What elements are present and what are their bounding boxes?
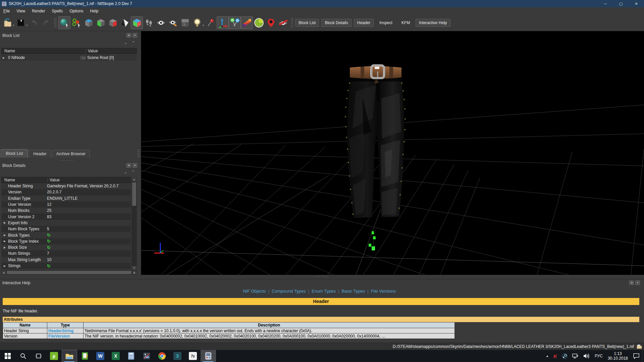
tray-expand-icon[interactable]: ▲ — [543, 350, 551, 362]
menu-view[interactable]: View — [13, 8, 29, 14]
menu-spells[interactable]: Spells — [49, 8, 66, 14]
show-bones-button[interactable] — [241, 16, 253, 29]
taskbar-search-button[interactable] — [15, 350, 31, 362]
scroll-down-icon[interactable]: ▼ — [131, 265, 137, 270]
collapse-all-icon[interactable]: ⌄ — [124, 170, 127, 174]
toolbar-interactive-help-button[interactable]: Interactive Help — [416, 19, 450, 27]
3d-viewport[interactable] — [141, 31, 644, 275]
block-details-hscrollbar[interactable]: ◀ ▶ — [1, 270, 137, 275]
expand-arrow-icon[interactable]: ▶ — [1, 221, 8, 224]
detail-row[interactable]: ▶Block Size↻ — [1, 244, 131, 250]
action-center-icon[interactable] — [631, 350, 642, 362]
close-button[interactable]: ✕ — [629, 0, 644, 7]
tab-block-list[interactable]: Block List — [1, 149, 28, 158]
animation-button[interactable] — [253, 16, 265, 29]
taskbar-utorrent[interactable]: µ — [46, 350, 62, 362]
undo-button[interactable] — [28, 16, 40, 29]
detail-value[interactable]: ENDIAN_LITTLE — [47, 196, 131, 201]
help-float-button[interactable]: ⧉ — [629, 281, 634, 285]
menu-file[interactable]: File — [0, 8, 13, 14]
taskbar-3dsmax[interactable]: 3 — [170, 350, 185, 362]
show-markers-button[interactable] — [265, 16, 277, 29]
load-button[interactable] — [1, 16, 13, 29]
show-desktop-button[interactable] — [642, 350, 644, 362]
horizontal-splitter[interactable]: ······· — [0, 275, 644, 279]
detail-row[interactable]: Num Blocks25 — [1, 207, 131, 214]
detail-value[interactable]: 20.2.0.7 — [47, 190, 131, 194]
task-view-button[interactable] — [31, 350, 46, 362]
detail-row[interactable]: ▶Block Type Index↻ — [1, 238, 131, 244]
expand-arrow-icon[interactable]: ▶ — [1, 246, 8, 249]
detail-value[interactable]: 0 — [47, 269, 131, 270]
expand-arrow-icon[interactable]: ▶ — [1, 234, 8, 237]
taskbar-word[interactable]: W — [93, 350, 108, 362]
detail-row[interactable]: Num Strings7 — [1, 250, 131, 256]
start-button[interactable] — [0, 350, 15, 362]
minimize-button[interactable]: ─ — [598, 0, 613, 7]
toolbar-grip[interactable] — [54, 18, 57, 28]
walk-mode-button[interactable] — [143, 16, 155, 29]
expand-all-icon[interactable]: ⌃ — [132, 41, 135, 45]
type-link-fileversion[interactable]: FileVersion — [48, 334, 70, 339]
block-details-col-value[interactable]: Value — [50, 178, 60, 182]
link-compound-types[interactable]: Compound Types — [272, 289, 306, 294]
hide-button[interactable] — [277, 16, 289, 29]
toolbar-header-button[interactable]: Header — [354, 19, 374, 27]
expand-arrow-icon[interactable]: ▶ — [1, 264, 8, 267]
taskbar-excel[interactable]: X — [108, 350, 123, 362]
selection-handles[interactable] — [369, 231, 376, 250]
detail-row[interactable]: User Version12 — [1, 201, 131, 207]
taskbar-notes-app[interactable] — [77, 350, 93, 362]
toolbar-kfm-button[interactable]: KFM — [398, 19, 413, 27]
scroll-thumb[interactable] — [7, 271, 131, 274]
network-tray-icon[interactable] — [570, 350, 581, 362]
clock[interactable]: 1:13 30.10.2018 — [605, 351, 631, 361]
taskbar-calculator[interactable] — [123, 350, 139, 362]
help-close-button[interactable]: ✕ — [635, 281, 640, 285]
toolbar-inspect-button[interactable]: Inspect — [376, 19, 396, 27]
detail-row[interactable]: ▶Block Types↻ — [1, 232, 131, 238]
block-list-close-button[interactable]: ✕ — [132, 33, 137, 38]
volume-tray-icon[interactable] — [581, 350, 592, 362]
select-vertex-mode-button[interactable] — [70, 16, 83, 29]
detail-value[interactable]: Gamebryo File Format, Version 20.2.0.7 — [47, 184, 131, 188]
block-list-float-button[interactable]: ⧉ — [126, 33, 131, 38]
taskbar-nifskope[interactable] — [201, 350, 216, 362]
lighting-button[interactable] — [191, 16, 203, 29]
taskbar-photo-editor[interactable] — [139, 350, 154, 362]
scroll-up-icon[interactable]: ▲ — [131, 177, 137, 182]
expand-arrow-icon[interactable]: ▶ — [1, 56, 6, 59]
detail-value[interactable]: 10 — [47, 257, 131, 262]
tab-archive-browser[interactable]: Archive Browser — [52, 150, 90, 158]
show-hidden-button[interactable] — [155, 16, 167, 29]
scroll-right-icon[interactable]: ▶ — [132, 270, 137, 275]
detail-row[interactable]: Num Groups0 — [1, 269, 131, 270]
detail-row[interactable]: User Version 283 — [1, 214, 131, 220]
detail-value[interactable]: 25 — [47, 208, 131, 213]
detail-value[interactable]: 12 — [47, 202, 131, 207]
detail-row[interactable]: Version20.2.0.7 — [1, 189, 131, 195]
taskbar-7zip[interactable]: 7z — [185, 350, 201, 362]
collapse-all-icon[interactable]: ⌄ — [124, 41, 127, 45]
link-nif-objects[interactable]: NIF Objects — [243, 289, 266, 294]
pants-model[interactable] — [345, 65, 406, 218]
tabbar-grip[interactable] — [138, 149, 140, 158]
detail-row[interactable]: ▶Strings↻ — [1, 263, 131, 269]
detail-row[interactable]: Header StringGamebryo File Format, Versi… — [1, 183, 131, 189]
show-nodes-button[interactable] — [229, 16, 241, 29]
block-list-col-value[interactable]: Value — [88, 49, 98, 53]
view-top-button[interactable] — [83, 16, 95, 29]
detail-value[interactable]: 5 — [47, 227, 131, 231]
toolbar-block-details-button[interactable]: Block Details — [321, 19, 351, 27]
edit-visibility-button[interactable] — [167, 16, 179, 29]
maximize-button[interactable]: ▢ — [613, 0, 629, 7]
link-enum-types[interactable]: Enum Types — [312, 289, 336, 294]
block-details-float-button[interactable]: ⧉ — [126, 163, 131, 168]
show-axes-button[interactable] — [217, 16, 229, 29]
redo-button[interactable] — [40, 16, 52, 29]
dock-splitter-handle[interactable]: ······· — [60, 158, 74, 163]
pin-settings-button[interactable] — [205, 16, 217, 29]
detail-value[interactable]: 83 — [47, 215, 131, 219]
detail-row[interactable]: Endian TypeENDIAN_LITTLE — [1, 195, 131, 201]
detail-row[interactable]: ▶Export Info — [1, 220, 131, 226]
